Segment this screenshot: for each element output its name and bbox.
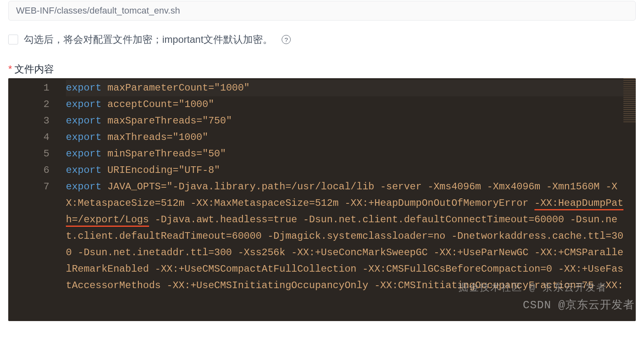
encrypt-label: 勾选后，将会对配置文件加密；important文件默认加密。 — [24, 33, 273, 46]
required-marker: * — [8, 63, 12, 75]
code-line: export maxParameterCount="1000" — [66, 80, 623, 96]
code-line: export URIEncoding="UTF-8" — [66, 162, 623, 179]
content-label-row: * 文件内容 — [8, 63, 636, 76]
line-number: 4 — [8, 129, 49, 146]
code-line: export maxSpareThreads="750" — [66, 113, 623, 129]
code-line: export JAVA_OPTS="-Djava.library.path=/u… — [66, 179, 623, 294]
code-line: export acceptCount="1000" — [66, 96, 623, 113]
file-path-input[interactable]: WEB-INF/classes/default_tomcat_env.sh — [8, 1, 636, 21]
line-gutter: 1 2 3 4 5 6 7 — [8, 78, 62, 321]
file-path-value: WEB-INF/classes/default_tomcat_env.sh — [16, 5, 180, 16]
encrypt-checkbox[interactable] — [8, 35, 18, 44]
line-number: 1 — [8, 80, 49, 96]
minimap[interactable] — [623, 78, 636, 123]
encrypt-row: 勾选后，将会对配置文件加密；important文件默认加密。 ? — [8, 33, 636, 46]
code-line: export minSpareThreads="50" — [66, 146, 623, 162]
code-editor[interactable]: 1 2 3 4 5 6 7 export maxParameterCount="… — [8, 78, 636, 321]
line-number: 5 — [8, 146, 49, 162]
content-label: 文件内容 — [14, 63, 54, 76]
code-line: export maxThreads="1000" — [66, 129, 623, 146]
line-number: 2 — [8, 96, 49, 113]
line-number: 6 — [8, 162, 49, 179]
code-area[interactable]: export maxParameterCount="1000" export a… — [66, 80, 623, 321]
line-number: 7 — [8, 179, 49, 195]
line-number: 3 — [8, 113, 49, 129]
help-icon[interactable]: ? — [282, 35, 291, 44]
